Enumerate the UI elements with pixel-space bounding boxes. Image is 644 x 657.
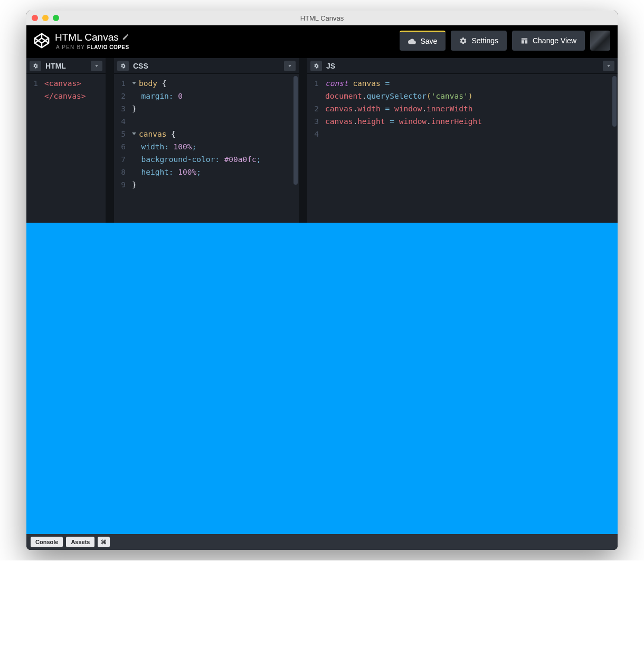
codepen-logo-icon[interactable] <box>34 33 50 49</box>
html-code-area[interactable]: 1 <canvas></canvas> <box>26 74 106 223</box>
app-window: HTML Canvas HTML Canvas A PEN BY Flavio … <box>26 11 618 550</box>
js-panel-title: JS <box>326 62 599 70</box>
settings-button[interactable]: Settings <box>451 31 507 51</box>
change-view-label: Change View <box>533 36 576 45</box>
gear-icon <box>459 37 467 45</box>
html-editor-panel: HTML 1 <canvas></canvas> <box>26 58 106 223</box>
footer-bar: Console Assets ⌘ <box>26 534 618 550</box>
preview-pane[interactable] <box>26 223 618 534</box>
settings-label: Settings <box>471 36 498 45</box>
save-label: Save <box>420 37 437 45</box>
macos-titlebar: HTML Canvas <box>26 11 618 25</box>
js-code-area[interactable]: 1234 const canvas =document.querySelecto… <box>307 74 618 223</box>
header-actions: Save Settings Change View <box>400 31 610 51</box>
html-panel-menu-icon[interactable] <box>91 61 102 71</box>
user-avatar[interactable] <box>590 31 610 51</box>
js-editor-panel: JS 1234 const canvas =document.querySele… <box>307 58 618 223</box>
pen-title[interactable]: HTML Canvas <box>55 32 400 43</box>
assets-button[interactable]: Assets <box>66 537 94 547</box>
fold-icon[interactable] <box>132 132 136 135</box>
html-settings-icon[interactable] <box>30 61 41 71</box>
layout-icon <box>520 37 528 45</box>
pen-byline: A PEN BY Flavio Copes <box>55 44 400 50</box>
fold-icon[interactable] <box>132 82 136 84</box>
css-editor-panel: CSS 123456789 body { margin: 0}canvas { … <box>114 58 299 223</box>
save-button[interactable]: Save <box>400 31 446 51</box>
cloud-icon <box>408 37 416 45</box>
change-view-button[interactable]: Change View <box>512 31 585 51</box>
pen-info: HTML Canvas A PEN BY Flavio Copes <box>55 32 400 50</box>
window-title: HTML Canvas <box>26 14 618 22</box>
shortcuts-button[interactable]: ⌘ <box>98 537 110 547</box>
minimize-window-icon[interactable] <box>42 15 49 21</box>
html-panel-header: HTML <box>26 58 106 74</box>
js-panel-menu-icon[interactable] <box>603 61 614 71</box>
byline-prefix: A PEN BY <box>56 44 87 50</box>
js-gutter: 1234 <box>307 74 323 223</box>
pen-title-text: HTML Canvas <box>55 32 119 43</box>
css-code[interactable]: body { margin: 0}canvas { width: 100%; b… <box>130 74 299 223</box>
fullscreen-window-icon[interactable] <box>53 15 59 21</box>
app-header: HTML Canvas A PEN BY Flavio Copes Save <box>26 25 618 58</box>
html-panel-title: HTML <box>45 62 87 70</box>
editor-row: HTML 1 <canvas></canvas> CSS <box>26 58 618 223</box>
html-gutter: 1 <box>26 74 42 223</box>
css-code-area[interactable]: 123456789 body { margin: 0}canvas { widt… <box>114 74 299 223</box>
console-button[interactable]: Console <box>31 537 63 547</box>
css-panel-header: CSS <box>114 58 299 74</box>
css-gutter: 123456789 <box>114 74 130 223</box>
pencil-icon[interactable] <box>122 32 129 43</box>
css-scrollbar[interactable] <box>293 76 298 221</box>
traffic-lights <box>32 15 59 21</box>
css-panel-menu-icon[interactable] <box>284 61 296 71</box>
close-window-icon[interactable] <box>32 15 38 21</box>
css-panel-title: CSS <box>133 62 280 70</box>
html-code[interactable]: <canvas></canvas> <box>42 74 106 223</box>
js-scrollbar[interactable] <box>612 76 617 221</box>
js-panel-header: JS <box>307 58 618 74</box>
js-code[interactable]: const canvas =document.querySelector('ca… <box>323 74 618 223</box>
css-settings-icon[interactable] <box>117 61 129 71</box>
js-settings-icon[interactable] <box>310 61 322 71</box>
pen-author[interactable]: Flavio Copes <box>87 44 129 50</box>
